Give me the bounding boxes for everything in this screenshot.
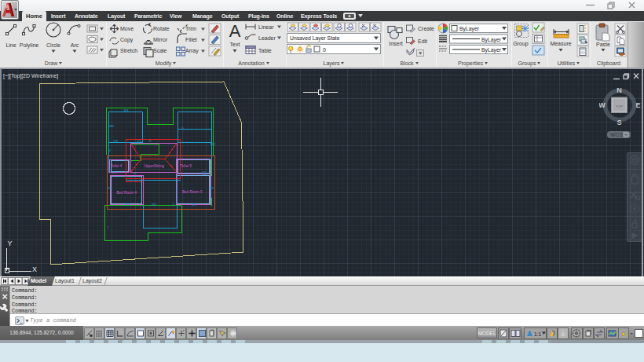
svg-text:Group: Group [513, 41, 529, 47]
svg-text:ByLayer: ByLayer [481, 37, 502, 43]
svg-text:K3: K3 [108, 186, 113, 190]
svg-text:V: V [108, 148, 111, 152]
svg-text:W3: W3 [192, 203, 197, 207]
svg-text:Bed Room 4: Bed Room 4 [117, 191, 137, 195]
svg-text:Insert: Insert [389, 41, 403, 46]
svg-text:Rotate: Rotate [153, 26, 170, 31]
svg-text:Circle: Circle [46, 42, 60, 48]
svg-text:W5: W5 [109, 124, 115, 128]
svg-text:UpperSitting: UpperSitting [145, 164, 165, 168]
svg-text:D: D [149, 139, 152, 143]
svg-text:Bed Room 5: Bed Room 5 [182, 190, 203, 194]
svg-text:Arc: Arc [71, 42, 79, 48]
svg-text:Polyline: Polyline [20, 42, 39, 49]
svg-text:Stretch: Stretch [120, 48, 137, 53]
svg-text:Y: Y [8, 240, 13, 247]
svg-text:ByLayer: ByLayer [481, 47, 502, 53]
svg-text:0: 0 [323, 47, 326, 53]
svg-text:D4: D4 [114, 139, 119, 143]
svg-text:E: E [635, 101, 640, 109]
svg-text:Toilet 5: Toilet 5 [181, 164, 192, 168]
svg-text:D: D [134, 171, 137, 175]
svg-text:V: V [210, 163, 212, 167]
svg-text:D1: D1 [112, 170, 117, 174]
svg-text:Edit: Edit [418, 38, 427, 44]
svg-text:Leader: Leader [258, 35, 276, 41]
svg-text:ByLayer: ByLayer [459, 26, 480, 32]
svg-text:D: D [173, 203, 175, 207]
svg-text:W2: W2 [209, 186, 214, 190]
svg-text:D: D [181, 126, 184, 130]
svg-text:Array: Array [185, 48, 199, 54]
svg-text:Trim: Trim [185, 26, 196, 31]
svg-text:Fillet: Fillet [185, 37, 197, 42]
svg-text:Move: Move [120, 26, 134, 31]
svg-text:Measure: Measure [550, 41, 571, 46]
svg-text:W3: W3 [152, 203, 157, 207]
svg-text:Paste: Paste [596, 42, 610, 47]
svg-text:Mirror: Mirror [153, 37, 168, 42]
svg-text:Table: Table [258, 48, 272, 53]
svg-text:I: I [108, 225, 108, 229]
svg-text:Toilet 4: Toilet 4 [111, 164, 123, 168]
svg-text:A: A [229, 21, 241, 41]
svg-text:Text: Text [230, 42, 240, 47]
svg-text:Scale: Scale [153, 48, 167, 53]
svg-text:W3: W3 [125, 203, 130, 207]
svg-text:TOP: TOP [616, 104, 623, 108]
svg-text:X: X [32, 265, 37, 273]
svg-text:D1: D1 [137, 139, 142, 143]
svg-text:S: S [617, 119, 621, 126]
svg-text:W1: W1 [124, 108, 130, 112]
svg-text:N: N [617, 86, 622, 94]
svg-text:D2: D2 [203, 172, 208, 176]
svg-text:Create: Create [418, 26, 434, 31]
svg-text:W: W [599, 101, 606, 109]
svg-text:1:1: 1:1 [534, 331, 541, 337]
svg-text:W2: W2 [210, 142, 216, 146]
svg-text:Line: Line [5, 42, 16, 48]
svg-text:Unsaved Layer State: Unsaved Layer State [290, 35, 340, 42]
svg-text:Linear: Linear [258, 24, 274, 30]
svg-text:Copy: Copy [120, 37, 134, 43]
